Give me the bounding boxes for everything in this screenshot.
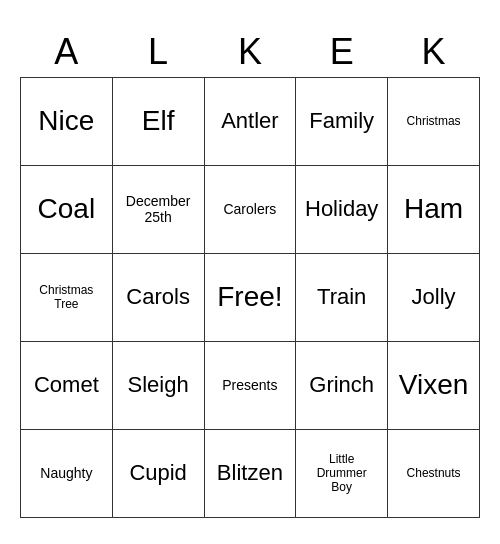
- bingo-cell-4-4: Chestnuts: [388, 429, 480, 517]
- bingo-cell-1-4: Ham: [388, 165, 480, 253]
- header-cell-a-0: A: [21, 27, 113, 78]
- bingo-cell-3-3: Grinch: [296, 341, 388, 429]
- bingo-cell-3-4: Vixen: [388, 341, 480, 429]
- bingo-card: ALKEK NiceElfAntlerFamilyChristmasCoalDe…: [20, 27, 480, 518]
- bingo-cell-2-2: Free!: [204, 253, 296, 341]
- bingo-cell-2-0: ChristmasTree: [21, 253, 113, 341]
- bingo-cell-2-1: Carols: [112, 253, 204, 341]
- header-cell-k-2: K: [204, 27, 296, 78]
- bingo-cell-0-2: Antler: [204, 77, 296, 165]
- header-cell-l-1: L: [112, 27, 204, 78]
- bingo-cell-0-4: Christmas: [388, 77, 480, 165]
- bingo-cell-2-4: Jolly: [388, 253, 480, 341]
- bingo-cell-0-1: Elf: [112, 77, 204, 165]
- bingo-row-0: NiceElfAntlerFamilyChristmas: [21, 77, 480, 165]
- bingo-cell-1-1: December25th: [112, 165, 204, 253]
- bingo-cell-4-2: Blitzen: [204, 429, 296, 517]
- bingo-cell-3-2: Presents: [204, 341, 296, 429]
- bingo-row-3: CometSleighPresentsGrinchVixen: [21, 341, 480, 429]
- bingo-cell-4-3: LittleDrummerBoy: [296, 429, 388, 517]
- bingo-cell-0-0: Nice: [21, 77, 113, 165]
- bingo-cell-3-1: Sleigh: [112, 341, 204, 429]
- bingo-row-2: ChristmasTreeCarolsFree!TrainJolly: [21, 253, 480, 341]
- bingo-cell-3-0: Comet: [21, 341, 113, 429]
- bingo-row-1: CoalDecember25thCarolersHolidayHam: [21, 165, 480, 253]
- bingo-cell-2-3: Train: [296, 253, 388, 341]
- bingo-cell-1-3: Holiday: [296, 165, 388, 253]
- bingo-cell-1-0: Coal: [21, 165, 113, 253]
- bingo-cell-4-0: Naughty: [21, 429, 113, 517]
- bingo-cell-0-3: Family: [296, 77, 388, 165]
- bingo-cell-1-2: Carolers: [204, 165, 296, 253]
- bingo-row-4: NaughtyCupidBlitzenLittleDrummerBoyChest…: [21, 429, 480, 517]
- header-cell-k-4: K: [388, 27, 480, 78]
- header-cell-e-3: E: [296, 27, 388, 78]
- bingo-cell-4-1: Cupid: [112, 429, 204, 517]
- header-row: ALKEK: [21, 27, 480, 78]
